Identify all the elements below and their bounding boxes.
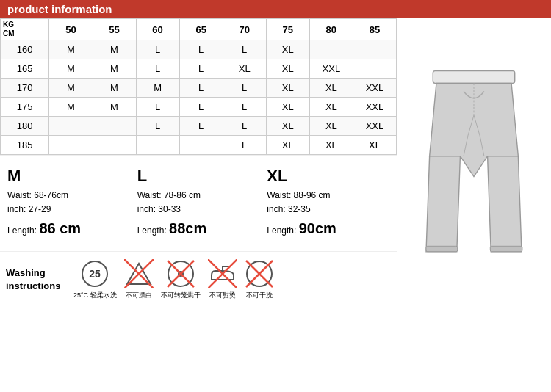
table-row: 175MMLLLXLXLXXL bbox=[1, 98, 397, 117]
wash-icon-block: 不可干洗 bbox=[245, 259, 274, 300]
wash-icon-caption: 不可干洗 bbox=[246, 291, 273, 300]
wash-icons-group: 2525°C 轻柔水洗不可漂白不可转笼烘干不可熨烫不可干洗 bbox=[73, 259, 274, 300]
size-chart-table: KGCM 50 55 60 65 70 75 80 85 160MMLLLXL1… bbox=[0, 18, 397, 155]
wash-icon-caption: 25°C 轻柔水洗 bbox=[73, 291, 117, 300]
size-block-detail: Waist: 88-96 cminch: 32-35Length: 90cm bbox=[267, 189, 389, 240]
col-85: 85 bbox=[353, 19, 396, 40]
svg-rect-16 bbox=[490, 246, 522, 251]
size-cell: XL bbox=[266, 136, 309, 155]
wash-icon-block: 不可转笼烘干 bbox=[161, 259, 201, 300]
size-cell: L bbox=[179, 40, 223, 59]
size-cell: M bbox=[136, 79, 179, 98]
col-75: 75 bbox=[266, 19, 309, 40]
size-cell: XL bbox=[266, 98, 309, 117]
size-info-section: MWaist: 68-76cminch: 27-29Length: 86 cmL… bbox=[0, 155, 397, 251]
size-cell: L bbox=[179, 117, 223, 136]
page-container: product information KGCM 50 55 60 65 70 … bbox=[0, 0, 551, 308]
table-row: 185LXLXLXL bbox=[1, 136, 397, 155]
length-line: Length: 90cm bbox=[267, 217, 389, 240]
col-70: 70 bbox=[223, 19, 266, 40]
svg-rect-15 bbox=[426, 246, 458, 251]
size-cell bbox=[309, 40, 353, 59]
table-row: 180LLLXLXLXXL bbox=[1, 117, 397, 136]
size-cell: L bbox=[136, 98, 179, 117]
right-section bbox=[397, 18, 551, 308]
size-cell: L bbox=[179, 79, 223, 98]
col-65: 65 bbox=[179, 19, 223, 40]
size-cell: XL bbox=[266, 117, 309, 136]
main-content: KGCM 50 55 60 65 70 75 80 85 160MMLLLXL1… bbox=[0, 18, 551, 308]
row-height: 160 bbox=[1, 40, 49, 59]
row-height: 165 bbox=[1, 59, 49, 79]
size-cell: M bbox=[49, 59, 93, 79]
size-cell: L bbox=[136, 117, 179, 136]
inch-line: inch: 30-33 bbox=[137, 203, 260, 217]
svg-rect-14 bbox=[433, 71, 514, 84]
wash-icon-caption: 不可转笼烘干 bbox=[161, 291, 201, 300]
size-cell: M bbox=[93, 59, 136, 79]
size-cell: L bbox=[223, 40, 266, 59]
washing-section: Washinginstructions 2525°C 轻柔水洗不可漂白不可转笼烘… bbox=[0, 251, 397, 308]
size-cell: XL bbox=[266, 59, 309, 79]
wash-icon-caption: 不可漂白 bbox=[126, 291, 152, 300]
col-50: 50 bbox=[49, 19, 93, 40]
size-cell: XL bbox=[266, 79, 309, 98]
size-cell: XL bbox=[266, 40, 309, 59]
table-row: 165MMLLXLXLXXL bbox=[1, 59, 397, 79]
length-value: 88cm bbox=[169, 220, 206, 236]
row-height: 175 bbox=[1, 98, 49, 117]
size-cell bbox=[179, 136, 223, 155]
svg-text:25: 25 bbox=[90, 268, 101, 280]
size-block-detail: Waist: 78-86 cminch: 30-33Length: 88cm bbox=[137, 189, 260, 240]
size-cell bbox=[136, 136, 179, 155]
row-height: 180 bbox=[1, 117, 49, 136]
size-block-detail: Waist: 68-76cminch: 27-29Length: 86 cm bbox=[7, 189, 130, 240]
kg-cm-header: KGCM bbox=[1, 19, 49, 40]
table-row: 160MMLLLXL bbox=[1, 40, 397, 59]
size-cell: XL bbox=[309, 98, 353, 117]
waist-line: Waist: 88-96 cm bbox=[267, 189, 389, 203]
wash-icon-caption: 不可熨烫 bbox=[209, 291, 236, 300]
table-row: 170MMMLLXLXLXXL bbox=[1, 79, 397, 98]
size-cell: L bbox=[136, 59, 179, 79]
row-height: 185 bbox=[1, 136, 49, 155]
inch-line: inch: 27-29 bbox=[7, 203, 130, 217]
size-block-l: LWaist: 78-86 cminch: 30-33Length: 88cm bbox=[134, 163, 264, 244]
size-cell: M bbox=[49, 79, 93, 98]
col-60: 60 bbox=[136, 19, 179, 40]
size-cell: L bbox=[223, 98, 266, 117]
wash-icon-block: 不可熨烫 bbox=[208, 259, 237, 300]
size-cell bbox=[93, 136, 136, 155]
size-cell: XXL bbox=[353, 117, 396, 136]
waist-line: Waist: 68-76cm bbox=[7, 189, 130, 203]
pants-illustration bbox=[415, 68, 533, 258]
length-value: 90cm bbox=[299, 220, 336, 236]
size-cell: L bbox=[179, 59, 223, 79]
size-cell: L bbox=[179, 98, 223, 117]
size-cell: M bbox=[93, 79, 136, 98]
wash-icon-block: 2525°C 轻柔水洗 bbox=[73, 259, 117, 300]
size-block-m: MWaist: 68-76cminch: 27-29Length: 86 cm bbox=[4, 163, 134, 244]
size-block-label: L bbox=[137, 167, 260, 186]
size-cell: M bbox=[49, 98, 93, 117]
size-cell: XL bbox=[223, 59, 266, 79]
size-block-label: XL bbox=[267, 167, 389, 186]
size-block-xl: XLWaist: 88-96 cminch: 32-35Length: 90cm bbox=[263, 163, 393, 244]
page-header: product information bbox=[0, 0, 551, 18]
size-cell bbox=[353, 59, 396, 79]
size-cell: XXL bbox=[353, 98, 396, 117]
size-cell bbox=[49, 117, 93, 136]
col-80: 80 bbox=[309, 19, 353, 40]
left-section: KGCM 50 55 60 65 70 75 80 85 160MMLLLXL1… bbox=[0, 18, 397, 308]
length-line: Length: 86 cm bbox=[7, 217, 130, 240]
size-cell bbox=[353, 40, 396, 59]
size-cell: M bbox=[93, 40, 136, 59]
size-cell: M bbox=[49, 40, 93, 59]
size-cell: XL bbox=[309, 117, 353, 136]
length-line: Length: 88cm bbox=[137, 217, 260, 240]
length-value: 86 cm bbox=[39, 220, 81, 236]
size-block-label: M bbox=[7, 167, 130, 186]
header-title: product information bbox=[7, 3, 112, 15]
inch-line: inch: 32-35 bbox=[267, 203, 389, 217]
size-cell: XL bbox=[309, 136, 353, 155]
